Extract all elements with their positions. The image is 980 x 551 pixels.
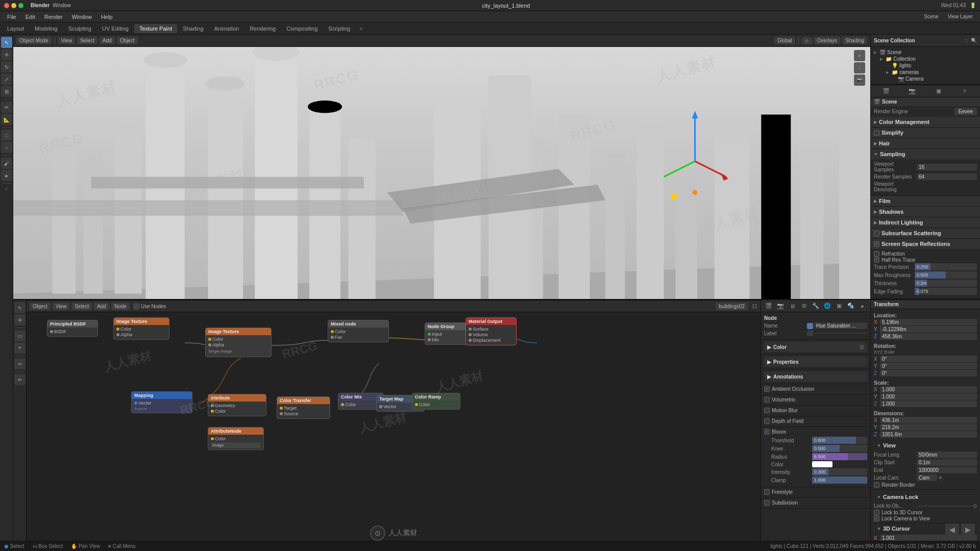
volumetric-checkbox[interactable] [764, 397, 770, 403]
viewport-object-menu[interactable]: Object [117, 37, 138, 44]
tab-modeling[interactable]: Modeling [30, 24, 63, 33]
world-icon[interactable]: 🌐 [823, 302, 832, 311]
prop-physics-icon[interactable]: ⚛ [960, 87, 969, 96]
tab-sculpting[interactable]: Sculpting [63, 24, 96, 33]
output-icon[interactable]: 🖥 [788, 302, 797, 311]
viewport-samples-field[interactable]: 16 [917, 164, 977, 170]
camera-view-button[interactable]: 📷 [854, 74, 865, 86]
node-cursor-tool[interactable]: ↖ [14, 302, 26, 313]
viewport-shading-toggle[interactable]: Shading [842, 37, 867, 44]
node-cut-tool[interactable]: ✂ [14, 358, 26, 369]
texture-paint-tool[interactable]: 🖌 [1, 158, 12, 169]
node-canvas[interactable]: Principled BSDF BSDF Image Texture Color… [27, 312, 761, 551]
edge-fading-bar[interactable]: 0.075 [915, 288, 977, 295]
window-menu[interactable]: Window [53, 3, 71, 8]
node-box-bottom-6[interactable]: Color Ramp Color [412, 393, 460, 410]
radius-bar[interactable]: 6.500 [812, 453, 867, 460]
status-pan[interactable]: ✋ Pan View [71, 543, 100, 549]
scale-x-val[interactable]: 1.000 [880, 386, 977, 393]
ssr-header[interactable]: Screen Space Reflections [871, 239, 980, 249]
viewport-add-menu[interactable]: Add [100, 37, 115, 44]
halfres-checkbox[interactable] [874, 257, 879, 263]
knee-bar[interactable]: 0.500 [812, 445, 867, 452]
render-samples-field[interactable]: 64 [917, 173, 977, 180]
object-mode-dropdown[interactable]: Object Mode [16, 37, 52, 44]
node-lasso-tool[interactable]: ⌖ [14, 342, 26, 354]
tree-collection[interactable]: ▶ 📁 Collection [874, 56, 977, 62]
tab-shading[interactable]: Shading [178, 24, 208, 33]
search-icon[interactable]: 🔍 [971, 38, 977, 43]
rot-x-val[interactable]: 0° [880, 356, 977, 362]
annotate-tool[interactable]: ✏ [1, 102, 12, 113]
tree-lights[interactable]: 💡 lights [874, 62, 977, 69]
tab-rendering[interactable]: Rendering [244, 24, 281, 33]
dof-checkbox[interactable] [764, 418, 770, 424]
clip-start-val[interactable]: 0.1m [917, 459, 977, 466]
color-section-header[interactable]: ▶ Color ☰ [764, 342, 867, 352]
scene-background[interactable]: 人人素材 RRCG RRCG 人人素材 RRCG 人人素材 人人素材 RRCG [13, 47, 870, 299]
tree-scene[interactable]: ▶ 🎬 Scene [874, 49, 977, 56]
clamp-bar[interactable]: 1.000 [812, 477, 867, 484]
status-box-select[interactable]: ▭ Box Select [33, 543, 63, 549]
node-file-indicator[interactable]: buildings02 [716, 303, 748, 310]
loc-y-val[interactable]: -0.12298m [880, 326, 977, 333]
freestyle-checkbox[interactable] [764, 489, 770, 495]
threshold-bar[interactable]: 0.800 [812, 437, 867, 444]
color-list-icon[interactable]: ☰ [860, 344, 864, 350]
prop-scene-icon[interactable]: 🎬 [881, 87, 891, 96]
vertex-paint-tool[interactable]: ● [1, 170, 12, 181]
menu-edit[interactable]: Edit [21, 13, 39, 21]
status-call-menu[interactable]: ≡ Call Menu [108, 543, 136, 549]
prop-render-icon[interactable]: 📷 [908, 87, 917, 96]
tree-cameras[interactable]: ▶ 📁 cameras [874, 69, 977, 76]
rot-z-val[interactable]: 0° [880, 370, 977, 377]
simplify-header[interactable]: Simplify [871, 128, 980, 138]
loc-x-val[interactable]: 5.196m [880, 319, 977, 325]
node-add-menu[interactable]: Add [94, 303, 109, 310]
tab-layout[interactable]: Layout [2, 24, 29, 33]
menu-file[interactable]: File [3, 13, 20, 21]
viewport-view-menu[interactable]: View [58, 37, 76, 44]
node-move-tool[interactable]: ✛ [14, 314, 26, 325]
lock-to-ob-icon[interactable]: ⊙ [973, 503, 977, 509]
coordinate-system[interactable]: Global [774, 37, 795, 44]
node-editor[interactable]: Object View Select Add Node Use Nodes bu… [27, 300, 761, 551]
menu-render[interactable]: Render [40, 13, 67, 21]
use-nodes-toggle[interactable]: Use Nodes [134, 304, 166, 309]
color-mgmt-header[interactable]: ▶ Color Management [871, 117, 980, 127]
node-box-bottom-2[interactable]: Attribute Geometry Color [208, 394, 266, 416]
add-sphere-tool[interactable]: ○ [1, 142, 12, 153]
loc-z-val[interactable]: 458.36m [880, 333, 977, 340]
subdivision-checkbox[interactable] [764, 500, 770, 506]
rotate-tool[interactable]: ↻ [1, 61, 12, 72]
scale-y-val[interactable]: 1.000 [880, 393, 977, 400]
close-button[interactable] [4, 3, 9, 8]
sampling-header[interactable]: ▼ Sampling [871, 149, 980, 159]
zoom-in-button[interactable]: + [854, 50, 865, 61]
tree-camera[interactable]: 📷 Camera [874, 76, 977, 82]
node-box-2[interactable]: Image Texture Color Alpha [113, 317, 169, 340]
focal-length-val[interactable]: 50/0mm [917, 452, 977, 458]
refraction-checkbox[interactable] [874, 251, 879, 257]
scene-icon[interactable]: 🎬 [764, 302, 773, 311]
bloom-checkbox[interactable] [764, 429, 770, 435]
tab-texture-paint[interactable]: Texture Paint [134, 24, 177, 33]
lock-to-ob-val[interactable] [917, 506, 972, 507]
node-select-menu[interactable]: Select [71, 303, 92, 310]
camera-lock-header[interactable]: ▼ Camera Lock [874, 492, 977, 502]
tab-compositing[interactable]: Compositing [281, 24, 323, 33]
lock-cam-checkbox[interactable] [874, 516, 879, 521]
node-name-field[interactable]: Hue Saturation ... [814, 322, 867, 329]
node-box-1[interactable]: Principled BSDF BSDF [47, 320, 98, 337]
dim-z-val[interactable]: 1001.6m [880, 431, 977, 438]
rot-y-val[interactable]: 0° [880, 363, 977, 369]
properties-section-header[interactable]: ▶ Properties [764, 357, 867, 367]
add-cube-tool[interactable]: □ [1, 130, 12, 141]
window-controls[interactable] [4, 3, 23, 8]
local-cam-val[interactable]: Cam [917, 474, 937, 481]
max-roughness-bar[interactable]: 0.500 [915, 271, 977, 279]
transform-tool[interactable]: ⊞ [1, 86, 12, 97]
modifier-icon[interactable]: 🔩 [846, 302, 855, 311]
motion-blur-checkbox[interactable] [764, 408, 770, 413]
viewport-gizmo-toggle[interactable]: ⊹ [802, 37, 812, 44]
